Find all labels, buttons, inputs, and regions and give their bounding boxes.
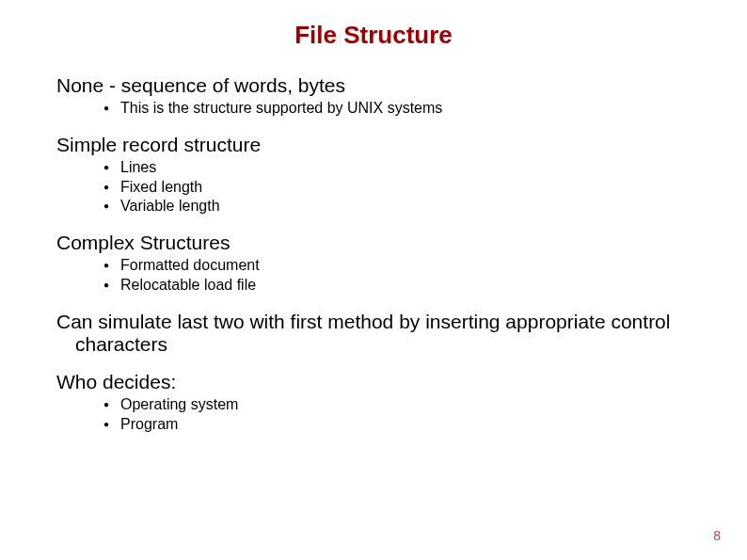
list-item: Operating system — [103, 395, 691, 415]
bullet-list: Operating system Program — [56, 395, 691, 435]
section-heading: Complex Structures — [56, 232, 691, 254]
list-item: This is the structure supported by UNIX … — [103, 99, 691, 119]
section-heading: None - sequence of words, bytes — [56, 74, 691, 97]
list-item: Relocatable load file — [103, 276, 691, 296]
bullet-list: Formatted document Relocatable load file — [56, 256, 691, 296]
list-item: Fixed length — [103, 178, 691, 198]
list-item: Lines — [103, 158, 691, 178]
section-heading: Simple record structure — [56, 134, 691, 156]
section-heading: Who decides: — [56, 371, 691, 393]
bullet-list: Lines Fixed length Variable length — [56, 158, 691, 216]
page-number: 8 — [713, 528, 721, 543]
bullet-list: This is the structure supported by UNIX … — [56, 99, 691, 119]
list-item: Formatted document — [103, 256, 691, 276]
list-item: Variable length — [103, 197, 691, 216]
slide-content: None - sequence of words, bytes This is … — [0, 50, 747, 434]
list-item: Program — [103, 415, 691, 435]
section-heading: Can simulate last two with first method … — [56, 311, 691, 356]
slide-title: File Structure — [0, 0, 747, 50]
